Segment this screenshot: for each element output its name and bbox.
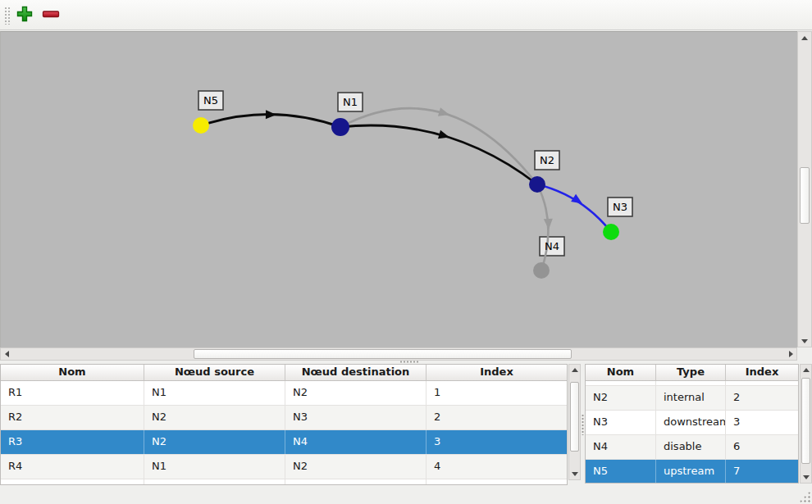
cell-source: N2: [144, 406, 285, 429]
remove-button[interactable]: [39, 3, 63, 27]
cell-type: disable: [656, 435, 726, 459]
node-n2[interactable]: [529, 176, 545, 193]
cell-index: 4: [427, 455, 567, 479]
cell-index: 7: [726, 460, 798, 484]
cell-empty: [1, 479, 144, 485]
edge-n1-n2-secondary[interactable]: [340, 108, 537, 184]
cell-source: N1: [144, 455, 285, 479]
nodes-table-scrollbar[interactable]: [800, 364, 812, 484]
cell-destination: N2: [285, 381, 427, 405]
table-row-n4[interactable]: N4 disable 6: [586, 435, 798, 460]
toolbar-drag-handle[interactable]: [4, 7, 11, 25]
column-header-noeud-source[interactable]: Nœud source: [144, 365, 285, 380]
table-row-r2[interactable]: R2 N2 N3 2: [1, 406, 567, 430]
cell-index: 1: [427, 381, 567, 405]
add-button[interactable]: [12, 3, 37, 27]
routes-table-header: Nom Nœud source Nœud destination Index: [1, 365, 567, 381]
node-n4[interactable]: [533, 262, 550, 279]
cell-type: downstream: [656, 411, 726, 434]
graph-canvas[interactable]: N5 N1 N2 N3 N4: [0, 31, 797, 347]
node-label-n2: N2: [540, 154, 554, 166]
cell-source: N2: [144, 430, 285, 454]
cell-index: 3: [726, 411, 798, 434]
table-row-r4[interactable]: R4 N1 N2 4: [1, 455, 567, 479]
cell-type: upstream: [656, 460, 726, 484]
cell-nom: N2: [586, 386, 656, 410]
scroll-down-button[interactable]: [569, 469, 580, 479]
cell-index: 2: [726, 386, 798, 410]
up-arrow-icon: [572, 368, 578, 372]
cell-empty: [586, 381, 656, 385]
cell-empty: [726, 381, 798, 385]
column-header-type[interactable]: Type: [656, 365, 726, 380]
column-header-nom[interactable]: Nom: [586, 365, 656, 380]
column-header-noeud-destination[interactable]: Nœud destination: [285, 365, 427, 380]
cell-nom: N3: [586, 411, 656, 434]
cell-nom: N5: [586, 460, 656, 484]
scroll-down-button[interactable]: [801, 472, 811, 483]
node-label-n3: N3: [613, 201, 627, 213]
up-arrow-icon: [803, 368, 810, 372]
table-row-partial[interactable]: [1, 479, 567, 485]
edge-n2-n4[interactable]: [537, 184, 548, 270]
cell-empty: [427, 479, 567, 485]
down-arrow-icon: [803, 475, 810, 479]
column-header-nom[interactable]: Nom: [1, 365, 144, 380]
column-header-index[interactable]: Index: [726, 365, 798, 380]
edge-n1-n2-primary-arrow: [438, 130, 451, 142]
scroll-up-button[interactable]: [798, 32, 811, 43]
routes-table-scrollbar[interactable]: [568, 364, 581, 480]
node-label-n5: N5: [203, 94, 218, 107]
left-arrow-icon: [5, 351, 9, 357]
cell-destination: N2: [285, 455, 427, 479]
cell-empty: [144, 479, 285, 485]
cell-nom: R4: [1, 455, 144, 479]
cell-type: internal: [656, 386, 726, 410]
cell-index: 3: [427, 430, 567, 454]
cell-nom: R3: [1, 430, 144, 454]
edge-n2-n4-arrow: [544, 219, 554, 230]
canvas-vertical-scrollbar[interactable]: [797, 31, 812, 347]
minus-icon: [42, 5, 60, 25]
node-label-n4: N4: [545, 240, 559, 252]
nodes-table-header: Nom Type Index: [586, 365, 798, 381]
column-header-index[interactable]: Index: [427, 365, 567, 380]
table-row-n5-selected[interactable]: N5 upstream 7: [586, 460, 798, 484]
node-n5[interactable]: [193, 117, 209, 134]
up-arrow-icon: [801, 36, 808, 40]
table-row-r1[interactable]: R1 N1 N2 1: [1, 381, 567, 406]
cell-nom: R1: [1, 381, 144, 405]
cell-index: 6: [726, 435, 798, 459]
horizontal-scroll-thumb[interactable]: [194, 349, 572, 359]
table-row-r3-selected[interactable]: R3 N2 N4 3: [1, 430, 567, 455]
plus-icon: [16, 5, 34, 25]
right-arrow-icon: [789, 351, 793, 357]
vertical-splitter-handle[interactable]: [582, 414, 584, 435]
canvas-horizontal-scrollbar[interactable]: [0, 347, 797, 361]
cell-destination: N4: [285, 430, 427, 454]
vertical-scroll-thumb[interactable]: [570, 382, 579, 452]
nodes-table: Nom Type Index N2 internal 2 N3 downstre…: [585, 364, 799, 484]
horizontal-splitter-handle[interactable]: [399, 361, 419, 363]
table-row-n2[interactable]: N2 internal 2: [586, 386, 798, 411]
scroll-up-button[interactable]: [569, 365, 580, 375]
vertical-scroll-thumb[interactable]: [800, 167, 810, 224]
cell-empty: [285, 479, 427, 485]
scroll-right-button[interactable]: [785, 348, 796, 360]
down-arrow-icon: [801, 339, 808, 343]
scroll-up-button[interactable]: [801, 365, 811, 375]
edge-n1-n2-secondary-arrow: [438, 107, 451, 119]
cell-nom: N4: [586, 435, 656, 459]
cell-empty: [656, 381, 726, 385]
node-n1[interactable]: [331, 118, 349, 136]
node-n3[interactable]: [603, 224, 619, 240]
table-row-n3[interactable]: N3 downstream 3: [586, 411, 798, 435]
scroll-left-button[interactable]: [1, 348, 12, 360]
scroll-down-button[interactable]: [798, 335, 811, 347]
edge-n1-n2-primary[interactable]: [340, 125, 537, 184]
vertical-scroll-thumb[interactable]: [801, 378, 810, 464]
routes-table: Nom Nœud source Nœud destination Index R…: [0, 364, 568, 485]
toolbar: [0, 0, 812, 30]
cell-destination: N3: [285, 406, 427, 429]
window-resize-grip[interactable]: [799, 491, 810, 502]
